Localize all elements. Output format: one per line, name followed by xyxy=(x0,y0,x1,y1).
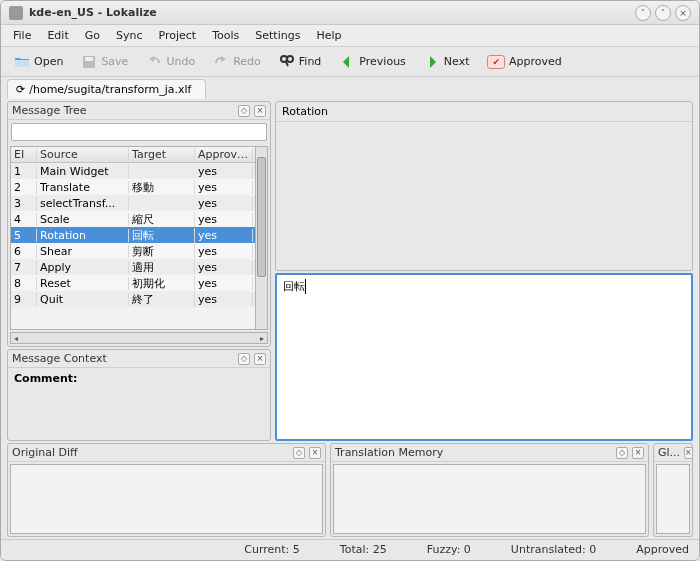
table-row[interactable]: 4Scale縮尺yes xyxy=(11,211,255,227)
cell-target: 回転 xyxy=(129,228,195,243)
undock-icon[interactable]: ◇ xyxy=(616,447,628,459)
col-entry[interactable]: EI xyxy=(11,148,37,161)
original-diff-panel: Original Diff◇× xyxy=(7,443,326,537)
cell-n: 8 xyxy=(11,277,37,290)
table-row[interactable]: 9Quit終了yes xyxy=(11,291,255,307)
menu-sync[interactable]: Sync xyxy=(108,27,151,44)
source-text: Rotation xyxy=(276,102,692,122)
original-diff-title: Original Diff xyxy=(12,446,289,459)
close-panel-icon[interactable]: × xyxy=(632,447,644,459)
approved-label: Approved xyxy=(509,55,562,68)
reload-icon: ⟳ xyxy=(16,83,25,96)
save-icon xyxy=(81,54,97,70)
table-row[interactable]: 6Shear剪断yes xyxy=(11,243,255,259)
save-button[interactable]: Save xyxy=(74,50,135,74)
message-tree-header: Message Tree ◇ × xyxy=(8,102,270,120)
maximize-button[interactable]: ˄ xyxy=(655,5,671,21)
cell-source: Rotation xyxy=(37,229,129,242)
cell-n: 7 xyxy=(11,261,37,274)
message-tree-panel: Message Tree ◇ × EI Source Target Approv… xyxy=(7,101,271,347)
redo-button[interactable]: Redo xyxy=(206,50,268,74)
cell-approved: yes xyxy=(195,165,253,178)
cell-approved: yes xyxy=(195,213,253,226)
cell-target: 適用 xyxy=(129,260,195,275)
close-panel-icon[interactable]: × xyxy=(684,447,693,459)
cell-n: 2 xyxy=(11,181,37,194)
filter-input[interactable] xyxy=(11,123,267,141)
previous-label: Previous xyxy=(359,55,406,68)
glossary-body xyxy=(656,464,690,534)
bottom-row: Original Diff◇× Translation Memory◇× Gl.… xyxy=(1,441,699,539)
app-icon xyxy=(9,6,23,20)
table-row[interactable]: 2Translate移動yes xyxy=(11,179,255,195)
col-approved[interactable]: Approved xyxy=(195,148,253,161)
status-untranslated: Untranslated: 0 xyxy=(511,543,596,556)
table-row[interactable]: 1Main Widgetyes xyxy=(11,163,255,179)
undock-icon[interactable]: ◇ xyxy=(293,447,305,459)
translation-editor[interactable]: 回転 xyxy=(275,273,693,441)
col-target[interactable]: Target xyxy=(129,148,195,161)
statusbar: Current: 5 Total: 25 Fuzzy: 0 Untranslat… xyxy=(1,539,699,559)
menubar: File Edit Go Sync Project Tools Settings… xyxy=(1,25,699,47)
comment-label: Comment: xyxy=(14,372,78,385)
source-view: Rotation xyxy=(275,101,693,271)
message-tree-title: Message Tree xyxy=(12,104,234,117)
scroll-left-icon[interactable]: ◂ xyxy=(11,334,21,343)
scroll-right-icon[interactable]: ▸ xyxy=(257,334,267,343)
svg-rect-1 xyxy=(85,57,93,61)
close-panel-icon[interactable]: × xyxy=(309,447,321,459)
menu-settings[interactable]: Settings xyxy=(247,27,308,44)
undo-button[interactable]: Undo xyxy=(139,50,202,74)
status-current: Current: 5 xyxy=(244,543,300,556)
cell-source: Reset xyxy=(37,277,129,290)
table-row[interactable]: 7Apply適用yes xyxy=(11,259,255,275)
status-total: Total: 25 xyxy=(340,543,387,556)
undock-icon[interactable]: ◇ xyxy=(238,105,250,117)
cell-source: selectTransf... xyxy=(37,197,129,210)
approved-button[interactable]: ✔ Approved xyxy=(480,51,568,73)
next-label: Next xyxy=(444,55,470,68)
menu-project[interactable]: Project xyxy=(151,27,205,44)
table-row[interactable]: 3selectTransf...yes xyxy=(11,195,255,211)
cell-target: 剪断 xyxy=(129,244,195,259)
cell-source: Scale xyxy=(37,213,129,226)
table-row[interactable]: 8Reset初期化yes xyxy=(11,275,255,291)
table-header[interactable]: EI Source Target Approved xyxy=(11,147,255,163)
right-column: Rotation 回転 xyxy=(275,101,693,441)
next-icon xyxy=(424,54,440,70)
next-button[interactable]: Next xyxy=(417,50,477,74)
minimize-button[interactable]: ˅ xyxy=(635,5,651,21)
menu-help[interactable]: Help xyxy=(308,27,349,44)
document-tab[interactable]: ⟳ /home/sugita/transform_ja.xlf xyxy=(7,79,206,99)
cell-target: 終了 xyxy=(129,292,195,307)
close-button[interactable]: × xyxy=(675,5,691,21)
menu-edit[interactable]: Edit xyxy=(39,27,76,44)
horizontal-scrollbar[interactable]: ◂ ▸ xyxy=(10,332,268,344)
titlebar: kde-en_US - Lokalize ˅ ˄ × xyxy=(1,1,699,25)
menu-file[interactable]: File xyxy=(5,27,39,44)
menu-go[interactable]: Go xyxy=(77,27,108,44)
cell-target: 縮尺 xyxy=(129,212,195,227)
open-button[interactable]: Open xyxy=(7,50,70,74)
vertical-scrollbar[interactable] xyxy=(256,146,268,330)
redo-icon xyxy=(213,54,229,70)
message-table-wrap: EI Source Target Approved 1Main Widgetye… xyxy=(10,146,268,330)
previous-button[interactable]: Previous xyxy=(332,50,413,74)
cell-n: 1 xyxy=(11,165,37,178)
cell-source: Main Widget xyxy=(37,165,129,178)
message-table[interactable]: EI Source Target Approved 1Main Widgetye… xyxy=(10,146,256,330)
close-panel-icon[interactable]: × xyxy=(254,105,266,117)
cell-approved: yes xyxy=(195,229,253,242)
find-button[interactable]: Find xyxy=(272,50,329,74)
cell-approved: yes xyxy=(195,245,253,258)
main-area: Message Tree ◇ × EI Source Target Approv… xyxy=(1,99,699,441)
menu-tools[interactable]: Tools xyxy=(204,27,247,44)
original-diff-body xyxy=(10,464,323,534)
message-context-panel: Message Context ◇ × Comment: xyxy=(7,349,271,441)
redo-label: Redo xyxy=(233,55,261,68)
undock-icon[interactable]: ◇ xyxy=(238,353,250,365)
cell-approved: yes xyxy=(195,293,253,306)
close-panel-icon[interactable]: × xyxy=(254,353,266,365)
col-source[interactable]: Source xyxy=(37,148,129,161)
table-row[interactable]: 5Rotation回転yes xyxy=(11,227,255,243)
